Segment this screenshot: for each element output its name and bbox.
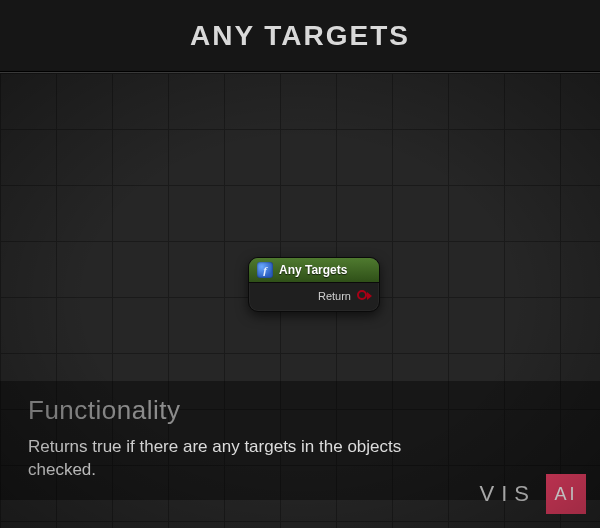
return-pin[interactable]: Return	[318, 289, 371, 303]
page-title: ANY TARGETS	[190, 20, 410, 52]
node-header[interactable]: f Any Targets	[249, 258, 379, 283]
logo-right: AI	[546, 474, 586, 514]
functionality-heading: Functionality	[28, 395, 572, 426]
any-targets-node[interactable]: f Any Targets Return	[248, 257, 380, 312]
logo-left: VIS	[480, 481, 536, 507]
visai-logo: VIS AI	[480, 474, 586, 514]
function-icon: f	[257, 262, 273, 278]
node-body: Return	[249, 283, 379, 311]
return-pin-label: Return	[318, 290, 351, 302]
graph-canvas[interactable]: f Any Targets Return Functionality Retur…	[0, 72, 600, 528]
node-title: Any Targets	[279, 263, 347, 277]
functionality-text: Returns true if there are any targets in…	[28, 436, 468, 482]
page-header: ANY TARGETS	[0, 0, 600, 72]
bool-output-port-icon[interactable]	[357, 289, 371, 303]
